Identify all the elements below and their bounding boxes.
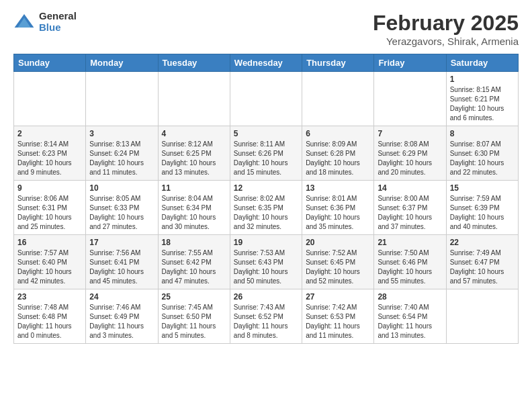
logo-icon xyxy=(13,11,35,33)
calendar-day-cell: 25Sunrise: 7:45 AM Sunset: 6:50 PM Dayli… xyxy=(158,289,230,344)
day-info: Sunrise: 7:57 AM Sunset: 6:40 PM Dayligh… xyxy=(17,248,82,286)
sub-title: Yerazgavors, Shirak, Armenia xyxy=(373,36,519,47)
calendar-day-cell xyxy=(302,72,374,126)
calendar-day-cell: 4Sunrise: 8:12 AM Sunset: 6:25 PM Daylig… xyxy=(158,126,230,181)
calendar-day-cell: 9Sunrise: 8:06 AM Sunset: 6:31 PM Daylig… xyxy=(14,181,86,235)
day-info: Sunrise: 8:04 AM Sunset: 6:34 PM Dayligh… xyxy=(162,194,226,232)
day-number: 20 xyxy=(306,238,370,247)
day-number: 26 xyxy=(234,292,298,302)
day-number: 21 xyxy=(378,238,442,247)
day-number: 28 xyxy=(378,292,442,302)
day-info: Sunrise: 8:01 AM Sunset: 6:36 PM Dayligh… xyxy=(306,194,370,232)
calendar-day-cell: 23Sunrise: 7:48 AM Sunset: 6:48 PM Dayli… xyxy=(14,289,86,344)
calendar-day-cell: 6Sunrise: 8:09 AM Sunset: 6:28 PM Daylig… xyxy=(302,126,374,181)
day-info: Sunrise: 8:05 AM Sunset: 6:33 PM Dayligh… xyxy=(89,194,154,232)
day-number: 8 xyxy=(450,129,515,138)
calendar-day-cell: 21Sunrise: 7:50 AM Sunset: 6:46 PM Dayli… xyxy=(374,235,446,289)
page-header: General Blue February 2025 Yerazgavors, … xyxy=(13,11,519,47)
calendar-day-cell: 5Sunrise: 8:11 AM Sunset: 6:26 PM Daylig… xyxy=(230,126,302,181)
calendar-day-cell: 10Sunrise: 8:05 AM Sunset: 6:33 PM Dayli… xyxy=(86,181,158,235)
calendar-day-cell: 14Sunrise: 8:00 AM Sunset: 6:37 PM Dayli… xyxy=(374,181,446,235)
day-number: 1 xyxy=(450,75,515,84)
day-info: Sunrise: 7:55 AM Sunset: 6:42 PM Dayligh… xyxy=(162,248,226,286)
day-number: 3 xyxy=(89,129,154,138)
day-number: 14 xyxy=(378,183,442,193)
logo-blue-text: Blue xyxy=(39,22,77,34)
day-number: 13 xyxy=(306,183,370,193)
day-of-week-header: Friday xyxy=(374,54,446,72)
calendar-table: SundayMondayTuesdayWednesdayThursdayFrid… xyxy=(13,54,519,344)
day-info: Sunrise: 7:50 AM Sunset: 6:46 PM Dayligh… xyxy=(378,248,442,286)
day-info: Sunrise: 7:49 AM Sunset: 6:47 PM Dayligh… xyxy=(450,248,515,286)
main-title: February 2025 xyxy=(373,11,519,36)
day-info: Sunrise: 7:52 AM Sunset: 6:45 PM Dayligh… xyxy=(306,248,370,286)
day-number: 19 xyxy=(234,238,298,247)
calendar-day-cell: 1Sunrise: 8:15 AM Sunset: 6:21 PM Daylig… xyxy=(446,72,518,126)
calendar-day-cell xyxy=(446,289,518,344)
calendar-day-cell xyxy=(158,72,230,126)
day-number: 15 xyxy=(450,183,515,193)
day-number: 11 xyxy=(162,183,226,193)
day-number: 25 xyxy=(162,292,226,302)
day-of-week-header: Monday xyxy=(86,54,158,72)
calendar-day-cell: 22Sunrise: 7:49 AM Sunset: 6:47 PM Dayli… xyxy=(446,235,518,289)
calendar-day-cell: 15Sunrise: 7:59 AM Sunset: 6:39 PM Dayli… xyxy=(446,181,518,235)
day-info: Sunrise: 8:11 AM Sunset: 6:26 PM Dayligh… xyxy=(234,140,298,177)
calendar-day-cell xyxy=(86,72,158,126)
calendar-day-cell: 7Sunrise: 8:08 AM Sunset: 6:29 PM Daylig… xyxy=(374,126,446,181)
day-of-week-header: Sunday xyxy=(14,54,86,72)
day-number: 7 xyxy=(378,129,442,138)
day-info: Sunrise: 8:06 AM Sunset: 6:31 PM Dayligh… xyxy=(17,194,82,232)
day-number: 9 xyxy=(17,183,82,193)
calendar-body: 1Sunrise: 8:15 AM Sunset: 6:21 PM Daylig… xyxy=(14,72,519,344)
day-info: Sunrise: 7:46 AM Sunset: 6:49 PM Dayligh… xyxy=(89,303,154,340)
calendar-day-cell: 13Sunrise: 8:01 AM Sunset: 6:36 PM Dayli… xyxy=(302,181,374,235)
calendar-day-cell: 20Sunrise: 7:52 AM Sunset: 6:45 PM Dayli… xyxy=(302,235,374,289)
day-of-week-header: Thursday xyxy=(302,54,374,72)
calendar-week-row: 1Sunrise: 8:15 AM Sunset: 6:21 PM Daylig… xyxy=(14,72,519,126)
day-info: Sunrise: 8:14 AM Sunset: 6:23 PM Dayligh… xyxy=(17,140,82,177)
calendar-day-cell: 16Sunrise: 7:57 AM Sunset: 6:40 PM Dayli… xyxy=(14,235,86,289)
day-info: Sunrise: 8:15 AM Sunset: 6:21 PM Dayligh… xyxy=(450,85,515,123)
calendar-day-cell: 28Sunrise: 7:40 AM Sunset: 6:54 PM Dayli… xyxy=(374,289,446,344)
day-number: 16 xyxy=(17,238,82,247)
day-number: 5 xyxy=(234,129,298,138)
day-info: Sunrise: 7:59 AM Sunset: 6:39 PM Dayligh… xyxy=(450,194,515,232)
calendar-day-cell: 3Sunrise: 8:13 AM Sunset: 6:24 PM Daylig… xyxy=(86,126,158,181)
day-info: Sunrise: 7:56 AM Sunset: 6:41 PM Dayligh… xyxy=(89,248,154,286)
day-number: 18 xyxy=(162,238,226,247)
calendar-week-row: 23Sunrise: 7:48 AM Sunset: 6:48 PM Dayli… xyxy=(14,289,519,344)
day-info: Sunrise: 8:07 AM Sunset: 6:30 PM Dayligh… xyxy=(450,140,515,177)
day-number: 2 xyxy=(17,129,82,138)
calendar-day-cell: 24Sunrise: 7:46 AM Sunset: 6:49 PM Dayli… xyxy=(86,289,158,344)
day-number: 6 xyxy=(306,129,370,138)
day-number: 23 xyxy=(17,292,82,302)
calendar-day-cell: 17Sunrise: 7:56 AM Sunset: 6:41 PM Dayli… xyxy=(86,235,158,289)
day-number: 17 xyxy=(89,238,154,247)
calendar-day-cell: 19Sunrise: 7:53 AM Sunset: 6:43 PM Dayli… xyxy=(230,235,302,289)
day-number: 27 xyxy=(306,292,370,302)
calendar-day-cell: 8Sunrise: 8:07 AM Sunset: 6:30 PM Daylig… xyxy=(446,126,518,181)
days-of-week-row: SundayMondayTuesdayWednesdayThursdayFrid… xyxy=(14,54,519,72)
logo-general-text: General xyxy=(39,11,77,22)
calendar-day-cell xyxy=(230,72,302,126)
day-info: Sunrise: 7:40 AM Sunset: 6:54 PM Dayligh… xyxy=(378,303,442,340)
calendar-day-cell xyxy=(14,72,86,126)
day-info: Sunrise: 7:43 AM Sunset: 6:52 PM Dayligh… xyxy=(234,303,298,340)
day-info: Sunrise: 8:08 AM Sunset: 6:29 PM Dayligh… xyxy=(378,140,442,177)
day-info: Sunrise: 8:12 AM Sunset: 6:25 PM Dayligh… xyxy=(162,140,226,177)
day-info: Sunrise: 7:45 AM Sunset: 6:50 PM Dayligh… xyxy=(162,303,226,340)
day-info: Sunrise: 8:13 AM Sunset: 6:24 PM Dayligh… xyxy=(89,140,154,177)
calendar-day-cell: 2Sunrise: 8:14 AM Sunset: 6:23 PM Daylig… xyxy=(14,126,86,181)
title-section: February 2025 Yerazgavors, Shirak, Armen… xyxy=(373,11,519,47)
calendar-day-cell: 18Sunrise: 7:55 AM Sunset: 6:42 PM Dayli… xyxy=(158,235,230,289)
calendar-day-cell xyxy=(374,72,446,126)
day-of-week-header: Wednesday xyxy=(230,54,302,72)
day-info: Sunrise: 7:53 AM Sunset: 6:43 PM Dayligh… xyxy=(234,248,298,286)
day-number: 22 xyxy=(450,238,515,247)
calendar-day-cell: 26Sunrise: 7:43 AM Sunset: 6:52 PM Dayli… xyxy=(230,289,302,344)
day-info: Sunrise: 8:00 AM Sunset: 6:37 PM Dayligh… xyxy=(378,194,442,232)
calendar-week-row: 9Sunrise: 8:06 AM Sunset: 6:31 PM Daylig… xyxy=(14,181,519,235)
day-info: Sunrise: 8:02 AM Sunset: 6:35 PM Dayligh… xyxy=(234,194,298,232)
calendar-header: SundayMondayTuesdayWednesdayThursdayFrid… xyxy=(14,54,519,72)
